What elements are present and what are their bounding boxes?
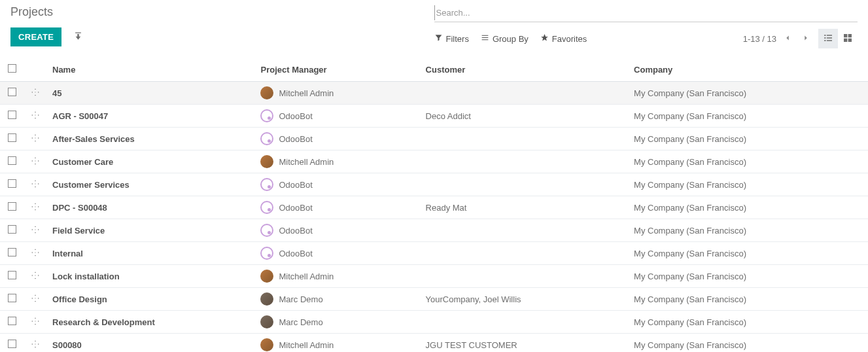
table-row[interactable]: DPC - S00048OdooBotReady MatMy Company (… — [0, 196, 868, 219]
customer: YourCompany, Joel Willis — [421, 288, 629, 311]
customer: Deco Addict — [421, 105, 629, 128]
project-name: S00080 — [47, 334, 255, 353]
avatar — [260, 224, 273, 237]
company: My Company (San Francisco) — [629, 265, 868, 288]
row-checkbox[interactable] — [8, 111, 16, 119]
customer — [421, 128, 629, 150]
drag-handle-icon[interactable] — [31, 181, 40, 190]
drag-handle-icon[interactable] — [31, 272, 40, 282]
list-icon — [481, 33, 489, 44]
table-row[interactable]: Customer CareMitchell AdminMy Company (S… — [0, 150, 868, 173]
company: My Company (San Francisco) — [629, 150, 868, 173]
drag-handle-icon[interactable] — [31, 112, 40, 122]
avatar — [260, 247, 273, 260]
row-checkbox[interactable] — [8, 248, 16, 256]
project-name: Lock installation — [47, 265, 255, 288]
project-name: Customer Services — [47, 173, 255, 196]
table-row[interactable]: Research & DevelopmentMarc DemoMy Compan… — [0, 311, 868, 334]
drag-handle-icon[interactable] — [31, 158, 40, 167]
kanban-view-button[interactable] — [838, 29, 858, 48]
import-button[interactable] — [69, 27, 87, 46]
customer: JGU TEST CUSTOMER — [421, 334, 629, 353]
project-name: Office Design — [47, 288, 255, 311]
table-row[interactable]: Customer ServicesOdooBotMy Company (San … — [0, 173, 868, 196]
table-row[interactable]: 45Mitchell AdminMy Company (San Francisc… — [0, 82, 868, 105]
project-manager: OdooBot — [279, 226, 312, 236]
list-view-button[interactable] — [818, 29, 838, 48]
avatar — [260, 315, 273, 328]
project-name: Customer Care — [47, 150, 255, 173]
customer — [421, 82, 629, 105]
filters-button[interactable]: Filters — [434, 33, 469, 44]
row-checkbox[interactable] — [8, 156, 16, 165]
pager-text: 1-13 / 13 — [743, 34, 776, 44]
project-manager: Mitchell Admin — [279, 88, 334, 98]
drag-handle-icon[interactable] — [31, 89, 40, 99]
company: My Company (San Francisco) — [629, 242, 868, 265]
avatar — [260, 178, 273, 191]
pager-next-button[interactable] — [799, 31, 813, 47]
table-row[interactable]: Field ServiceOdooBotMy Company (San Fran… — [0, 219, 868, 242]
favorites-button[interactable]: Favorites — [540, 33, 587, 44]
row-checkbox[interactable] — [8, 88, 16, 96]
customer — [421, 311, 629, 334]
drag-handle-icon[interactable] — [31, 318, 40, 328]
row-checkbox[interactable] — [8, 202, 16, 211]
company: My Company (San Francisco) — [629, 219, 868, 242]
page-title: Projects — [10, 5, 434, 19]
drag-handle-icon[interactable] — [31, 135, 40, 145]
company: My Company (San Francisco) — [629, 288, 868, 311]
table-row[interactable]: S00080Mitchell AdminJGU TEST CUSTOMERMy … — [0, 334, 868, 353]
project-name: AGR - S00047 — [47, 105, 255, 128]
avatar — [260, 338, 273, 351]
project-manager: Mitchell Admin — [279, 340, 334, 350]
project-manager: Marc Demo — [279, 317, 322, 327]
search-input[interactable] — [434, 5, 858, 20]
create-button[interactable]: CREATE — [10, 27, 61, 46]
col-customer[interactable]: Customer — [421, 58, 629, 82]
col-name[interactable]: Name — [47, 58, 255, 82]
project-manager: OdooBot — [279, 111, 312, 121]
filters-label: Filters — [446, 34, 469, 44]
project-manager: Marc Demo — [279, 294, 322, 304]
customer — [421, 150, 629, 173]
table-row[interactable]: After-Sales ServicesOdooBotMy Company (S… — [0, 128, 868, 150]
pager-prev-button[interactable] — [780, 31, 795, 47]
drag-handle-icon[interactable] — [31, 226, 40, 236]
drag-handle-icon[interactable] — [31, 249, 40, 259]
company: My Company (San Francisco) — [629, 128, 868, 150]
col-pm[interactable]: Project Manager — [255, 58, 420, 82]
avatar — [260, 201, 273, 214]
favorites-label: Favorites — [552, 34, 587, 44]
project-name: Internal — [47, 242, 255, 265]
table-row[interactable]: InternalOdooBotMy Company (San Francisco… — [0, 242, 868, 265]
project-name: Research & Development — [47, 311, 255, 334]
project-manager: OdooBot — [279, 249, 312, 258]
drag-handle-icon[interactable] — [31, 295, 40, 305]
filter-icon — [434, 33, 443, 44]
drag-handle-icon[interactable] — [31, 203, 40, 213]
row-checkbox[interactable] — [8, 179, 16, 188]
row-checkbox[interactable] — [8, 133, 16, 142]
projects-table: Name Project Manager Customer Company 45… — [0, 58, 868, 352]
company: My Company (San Francisco) — [629, 105, 868, 128]
groupby-button[interactable]: Group By — [481, 33, 529, 44]
row-checkbox[interactable] — [8, 271, 16, 279]
row-checkbox[interactable] — [8, 294, 16, 302]
drag-handle-icon[interactable] — [31, 341, 40, 351]
select-all-checkbox[interactable] — [8, 64, 16, 73]
avatar — [260, 86, 273, 99]
row-checkbox[interactable] — [8, 225, 16, 234]
project-manager: OdooBot — [279, 134, 312, 144]
project-manager: OdooBot — [279, 180, 312, 190]
table-row[interactable]: Office DesignMarc DemoYourCompany, Joel … — [0, 288, 868, 311]
row-checkbox[interactable] — [8, 340, 16, 348]
customer — [421, 219, 629, 242]
avatar — [260, 109, 273, 122]
company: My Company (San Francisco) — [629, 173, 868, 196]
project-name: After-Sales Services — [47, 128, 255, 150]
table-row[interactable]: AGR - S00047OdooBotDeco AddictMy Company… — [0, 105, 868, 128]
row-checkbox[interactable] — [8, 317, 16, 325]
col-company[interactable]: Company — [629, 58, 868, 82]
table-row[interactable]: Lock installationMitchell AdminMy Compan… — [0, 265, 868, 288]
